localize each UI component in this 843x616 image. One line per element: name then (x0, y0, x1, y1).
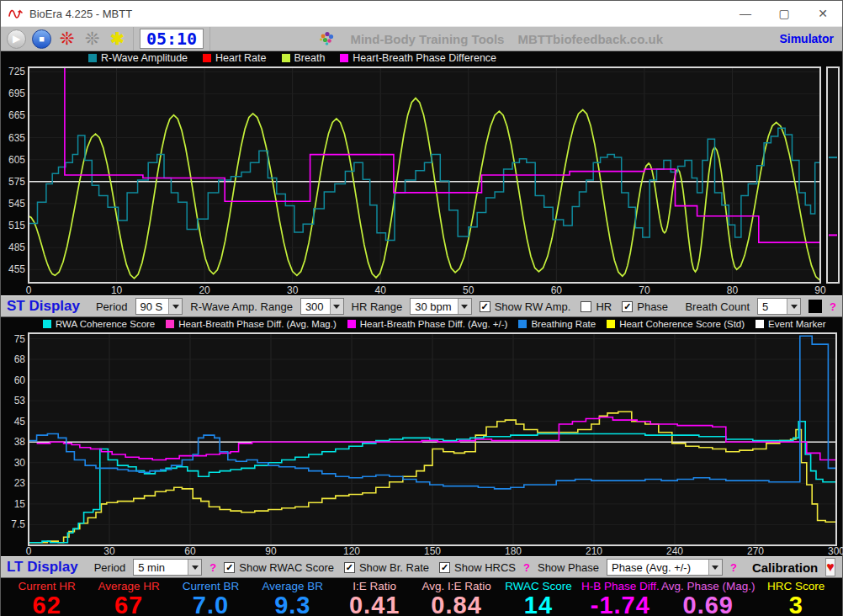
stop-button[interactable]: ■ (32, 29, 51, 49)
legend-label: Heart-Breath Phase Diff. (Avg. +/-) (360, 319, 508, 329)
stat-label: Avg. Phase (Mag.) (661, 578, 756, 592)
svg-text:15: 15 (14, 498, 26, 510)
checkbox[interactable]: ✓ (622, 301, 633, 312)
svg-text:90: 90 (265, 545, 277, 556)
checkbox-label: Show Br. Rate (359, 561, 429, 574)
chevron-down-icon[interactable] (708, 560, 722, 575)
minimize-icon[interactable]: — (726, 1, 765, 26)
close-icon[interactable]: ✕ (803, 1, 842, 26)
legend-swatch-icon (607, 320, 615, 328)
breath-count-select[interactable]: 5 (757, 298, 801, 315)
legend-item: Heart-Breath Phase Diff. (Avg. Mag.) (166, 319, 337, 329)
legend-label: Heart Coherence Score (Std) (619, 319, 745, 329)
chevron-down-icon[interactable] (330, 299, 343, 314)
chevron-down-icon[interactable] (188, 560, 201, 575)
stat-value: 7.0 (170, 592, 252, 616)
chevron-down-icon[interactable] (787, 299, 800, 314)
stat-label: Current BR (170, 578, 252, 592)
asterisk-yellow-icon: ✱ (110, 29, 125, 49)
svg-text:53: 53 (14, 395, 26, 406)
help-icon[interactable]: ? (523, 561, 530, 574)
help-icon[interactable]: ? (209, 561, 216, 574)
chevron-down-icon[interactable] (458, 299, 471, 314)
stat-label: Average HR (87, 578, 169, 592)
stat-label: Average BR (252, 578, 333, 592)
legend-label: Event Marker (768, 319, 825, 329)
checkbox[interactable]: ✓ (344, 562, 355, 573)
svg-text:60: 60 (184, 545, 196, 556)
freeze-gray-button[interactable]: ❊ (82, 29, 102, 49)
chevron-down-icon[interactable] (168, 299, 182, 314)
legend-item: Heart-Breath Phase Diff. (Avg. +/-) (347, 319, 508, 329)
legend-swatch-icon (203, 54, 211, 62)
rwa-range-select[interactable]: 300 (300, 298, 344, 315)
st-legend: R-Wave AmplitudeHeart RateBreathHeart-Br… (1, 51, 842, 65)
checkbox-label: Show RWAC Score (239, 561, 334, 574)
phase-mode-value: Phase (Avg. +/-) (612, 561, 702, 574)
svg-text:270: 270 (747, 545, 764, 556)
help-icon[interactable]: ? (830, 300, 836, 313)
svg-text:515: 515 (8, 220, 25, 231)
breath-count-value: 5 (762, 300, 781, 313)
marker-button[interactable]: ✱ (108, 29, 127, 49)
maximize-icon[interactable]: ▢ (765, 1, 803, 26)
checkbox[interactable]: ✓ (480, 301, 490, 312)
simulator-mode-label[interactable]: Simulator (771, 32, 842, 45)
legend-item: Event Marker (756, 319, 825, 329)
checkbox[interactable] (581, 301, 591, 312)
legend-item: Breathing Rate (518, 319, 596, 329)
svg-text:68: 68 (14, 353, 26, 365)
stat-block: H-B Phase Diff.-1.74 (580, 578, 661, 616)
svg-text:40: 40 (375, 284, 387, 295)
session-timer: 05:10 (140, 29, 204, 49)
stat-label: H-B Phase Diff. (580, 578, 661, 592)
stat-value: 3 (756, 592, 837, 616)
legend-item: RWA Coherence Score (43, 319, 155, 329)
play-button[interactable]: ▶ (7, 29, 26, 49)
legend-label: RWA Coherence Score (56, 319, 155, 329)
freeze-red-button[interactable]: ❊ (57, 29, 77, 49)
period-select[interactable]: 90 S (135, 298, 183, 315)
svg-text:0: 0 (26, 284, 32, 295)
lt-legend: RWA Coherence ScoreHeart-Breath Phase Di… (1, 317, 842, 331)
marker-color-swatch[interactable] (809, 300, 822, 313)
svg-text:240: 240 (666, 545, 683, 556)
stat-label: HRC Score (756, 578, 837, 592)
st-control-bar: ST Display Period 90 S R-Wave Amp. Range… (1, 295, 842, 317)
stat-value: 0.84 (416, 592, 497, 616)
lt-period-select[interactable]: 5 min (133, 559, 202, 576)
legend-label: Breathing Rate (531, 319, 596, 329)
legend-item: Heart Coherence Score (Std) (607, 319, 745, 329)
legend-swatch-icon (518, 320, 527, 328)
stat-block: Average HR67 (87, 578, 169, 616)
heart-calibration-button[interactable]: ♥ (825, 558, 835, 576)
stat-value: 14 (497, 592, 579, 616)
svg-text:38: 38 (14, 436, 26, 448)
legend-label: Heart-Breath Phase Diff. (Avg. Mag.) (178, 319, 337, 329)
show-phase-label: Show Phase (538, 561, 599, 574)
checkbox[interactable]: ✓ (439, 562, 450, 573)
stat-label: Avg. I:E Ratio (416, 578, 497, 592)
legend-swatch-icon (88, 54, 97, 62)
rwa-range-value: 300 (305, 300, 324, 313)
checkbox-item: HR (581, 300, 612, 313)
checkbox-item: ✓Show RWAC Score (224, 561, 334, 574)
lt-checkbox-group: ✓Show RWAC Score✓Show Br. Rate✓Show HRCS (224, 561, 516, 574)
stat-block: Avg. I:E Ratio0.84 (416, 578, 497, 616)
hr-range-select[interactable]: 30 bpm (410, 298, 471, 315)
svg-text:210: 210 (586, 545, 602, 556)
lt-display-title: LT Display (7, 559, 78, 576)
svg-text:70: 70 (639, 284, 650, 295)
legend-item: R-Wave Amplitude (88, 52, 188, 64)
checkbox[interactable]: ✓ (224, 562, 235, 573)
checkbox-item: ✓Phase (622, 300, 668, 313)
svg-text:665: 665 (8, 109, 25, 121)
help-icon[interactable]: ? (730, 561, 737, 574)
legend-item: Breath (282, 52, 326, 64)
heart-icon: ♥ (826, 560, 835, 574)
svg-text:695: 695 (8, 88, 25, 99)
stat-value: 9.3 (252, 592, 333, 616)
hr-range-label: HR Range (352, 300, 403, 313)
phase-mode-select[interactable]: Phase (Avg. +/-) (607, 559, 723, 576)
legend-swatch-icon (166, 320, 174, 328)
